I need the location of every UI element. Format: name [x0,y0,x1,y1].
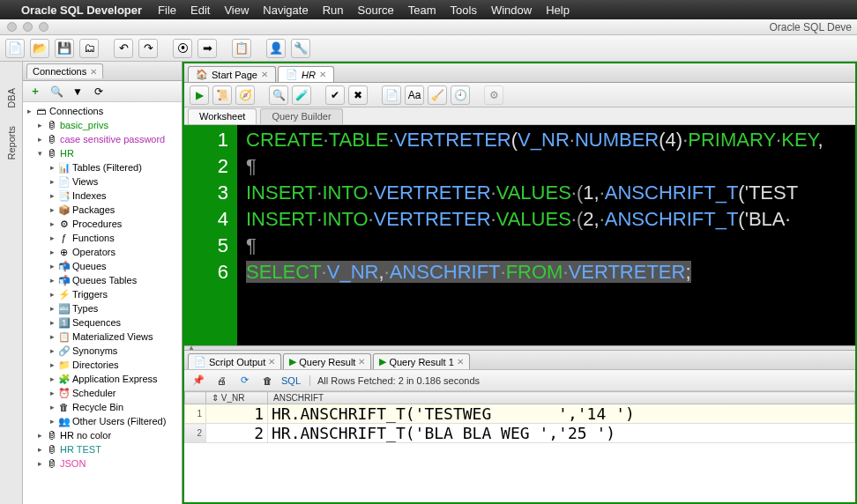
autotrace-button[interactable]: 🔍 [269,85,288,105]
filter-button[interactable]: ▼ [69,84,86,100]
menu-help[interactable]: Help [546,4,570,17]
col-anschrift[interactable]: ANSCHRIFT [268,392,855,404]
hr-scheduler[interactable]: ▸⏰Scheduler [23,386,182,400]
nav-back-button[interactable]: ⦿ [173,39,192,58]
menu-view[interactable]: View [224,4,249,17]
table-row[interactable]: 2 2 HR.ANSCHRIFT_T('BLA BLA WEG ','25 ') [185,424,855,443]
tab-start-page[interactable]: 🏠 Start Page ✕ [188,66,276,82]
cell-vnr[interactable]: 2 [206,424,268,443]
conn-hr-nocolor[interactable]: ▸🛢HR no color [23,428,182,442]
sql-editor[interactable]: 123456 CREATE·TABLE·VERTRETER(V_NR·NUMBE… [184,125,855,345]
delete-button[interactable]: 🗑 [258,373,276,389]
conn-json[interactable]: ▸🛢JSON [23,456,182,471]
splitter[interactable] [184,345,855,351]
tab-query-result[interactable]: ▶Query Result✕ [283,353,371,369]
close-icon[interactable]: ✕ [358,357,365,367]
explain-button[interactable]: 🧭 [235,85,255,105]
menu-file[interactable]: File [158,4,176,17]
dock-tab-dba[interactable]: DBA [6,88,17,108]
tuning-button[interactable]: 🧪 [292,85,311,105]
new-button[interactable]: 📄 [5,39,25,58]
hr-other-users[interactable]: ▸👥Other Users (Filtered) [23,414,182,428]
hr-procedures[interactable]: ▸⚙Procedures [23,217,182,231]
monitor-button[interactable]: 🔧 [291,39,310,58]
menu-tools[interactable]: Tools [451,4,477,17]
hr-queues[interactable]: ▸📬Queues [23,259,182,273]
save-button[interactable]: 💾 [55,39,74,58]
hr-apex[interactable]: ▸🧩Application Express [23,372,182,386]
commit-button[interactable]: ✔ [325,85,345,105]
table-row[interactable]: 1 1 HR.ANSCHRIFT_T('TESTWEG ','14 ') [185,404,855,424]
unshared-button[interactable]: 📄 [382,85,401,105]
menu-team[interactable]: Team [408,4,436,17]
hr-queues-tables[interactable]: ▸📬Queues Tables [23,273,182,287]
conn-hr[interactable]: ▾🛢HR [23,146,182,160]
menu-navigate[interactable]: Navigate [263,4,308,17]
traffic-close[interactable] [7,22,17,32]
hr-operators[interactable]: ▸⊕Operators [23,245,182,259]
conn-case-sensitive[interactable]: ▸🛢case sensitive password [23,132,182,146]
format-button[interactable]: ⚙ [484,85,503,105]
sql-worksheet-button[interactable]: 📋 [232,39,251,58]
hr-tables[interactable]: ▸📊Tables (Filtered) [23,160,182,174]
to-upper-button[interactable]: Aa [405,85,424,105]
refresh-button[interactable]: ⟳ [90,84,108,100]
tab-query-builder[interactable]: Query Builder [260,108,342,124]
traffic-min[interactable] [23,22,33,32]
tab-worksheet[interactable]: Worksheet [188,108,257,124]
hr-types[interactable]: ▸🔤Types [23,301,182,315]
hr-sequences[interactable]: ▸1️⃣Sequences [23,315,182,330]
close-icon[interactable]: ✕ [268,357,275,367]
traffic-zoom[interactable] [39,22,48,32]
hr-indexes[interactable]: ▸📑Indexes [23,189,182,203]
app-name[interactable]: Oracle SQL Developer [21,4,142,17]
hr-packages[interactable]: ▸📦Packages [23,203,182,217]
undo-button[interactable]: ↶ [114,39,133,58]
hr-directories[interactable]: ▸📁Directories [23,358,182,372]
run-button[interactable]: ▶ [190,85,209,105]
hr-views[interactable]: ▸📄Views [23,174,182,189]
redo-button[interactable]: ↷ [138,39,158,58]
pin-button[interactable]: 📌 [190,373,207,389]
results-grid[interactable]: ⇕ V_NR ANSCHRIFT 1 1 HR.ANSCHRIFT_T('TES… [184,391,855,502]
history-button[interactable]: 🕘 [451,85,470,105]
clear-button[interactable]: 🧹 [428,85,447,105]
hr-functions[interactable]: ▸ƒFunctions [23,231,182,245]
menu-edit[interactable]: Edit [190,4,210,17]
run-script-button[interactable]: 📜 [212,85,232,105]
nav-fwd-button[interactable]: ➡ [197,39,217,58]
connections-tree[interactable]: ▸🗃Connections ▸🛢basic_privs ▸🛢case sensi… [23,102,182,504]
connections-tab[interactable]: Connections ✕ [26,63,103,78]
menu-window[interactable]: Window [491,4,532,17]
menu-source[interactable]: Source [358,4,394,17]
close-icon[interactable]: ✕ [261,70,268,79]
tab-hr[interactable]: 📄 HR ✕ [278,66,334,82]
tab-query-result-1[interactable]: ▶Query Result 1✕ [373,353,469,369]
hr-synonyms[interactable]: ▸🔗Synonyms [23,344,182,358]
sql-link[interactable]: SQL [281,375,301,386]
tns-button[interactable]: 🔍 [48,84,65,100]
cell-anschrift[interactable]: HR.ANSCHRIFT_T('TESTWEG ','14 ') [268,404,855,424]
new-connection-button[interactable]: ＋ [26,84,44,100]
menu-run[interactable]: Run [323,4,344,17]
col-rownum[interactable] [185,392,206,404]
col-vnr[interactable]: ⇕ V_NR [206,392,268,404]
open-button[interactable]: 📂 [30,39,49,58]
close-icon[interactable]: ✕ [90,67,97,77]
saveall-button[interactable]: 🗂 [79,39,99,58]
print-button[interactable]: 🖨 [212,373,230,389]
hr-mviews[interactable]: ▸📋Materialized Views [23,330,182,344]
dba-button[interactable]: 👤 [266,39,286,58]
hr-triggers[interactable]: ▸⚡Triggers [23,287,182,301]
conn-hr-test[interactable]: ▸🛢HR TEST [23,442,182,456]
tree-root[interactable]: ▸🗃Connections [23,104,182,118]
code-area[interactable]: CREATE·TABLE·VERTRETER(V_NR·NUMBER(4)·PR… [237,125,855,345]
dock-tab-reports[interactable]: Reports [6,126,17,160]
conn-basic-privs[interactable]: ▸🛢basic_privs [23,118,182,132]
close-icon[interactable]: ✕ [457,357,464,367]
close-icon[interactable]: ✕ [319,70,326,79]
tab-script-output[interactable]: 📄Script Output✕ [188,353,281,369]
hr-recycle[interactable]: ▸🗑Recycle Bin [23,400,182,414]
refresh-button[interactable]: ⟳ [235,373,253,389]
rollback-button[interactable]: ✖ [348,85,368,105]
